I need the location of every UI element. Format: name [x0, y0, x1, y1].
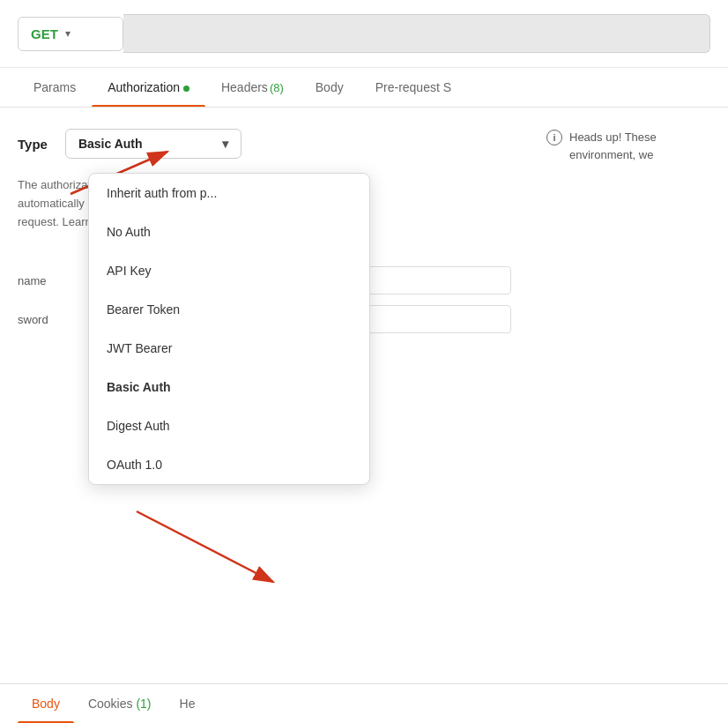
- tab-body[interactable]: Body: [300, 68, 360, 107]
- bottom-tabs-row: Body Cookies (1) He: [0, 683, 728, 723]
- username-label: name: [18, 274, 88, 287]
- right-panel: i Heads up! These environment, we: [546, 129, 710, 344]
- dropdown-item-noauth[interactable]: No Auth: [89, 212, 369, 251]
- dropdown-item-apikey[interactable]: API Key: [89, 251, 369, 290]
- authorization-active-dot: [183, 86, 189, 92]
- bottom-tab-cookies[interactable]: Cookies (1): [74, 684, 166, 723]
- dropdown-item-jwt[interactable]: JWT Bearer: [89, 329, 369, 368]
- method-selector[interactable]: GET ▾: [18, 17, 123, 51]
- url-input[interactable]: [123, 14, 710, 53]
- svg-line-3: [137, 511, 273, 582]
- type-dropdown[interactable]: Basic Auth ▾: [65, 129, 241, 159]
- dropdown-item-oauth1[interactable]: OAuth 1.0: [89, 445, 369, 484]
- left-panel: Type Basic Auth ▾ The authorization head…: [18, 129, 511, 344]
- bottom-tab-body[interactable]: Body: [18, 684, 74, 723]
- dropdown-item-basicauth[interactable]: Basic Auth: [89, 368, 369, 406]
- type-dropdown-chevron-icon: ▾: [222, 137, 228, 151]
- url-bar-row: GET ▾: [0, 0, 728, 68]
- bottom-tab-headers2[interactable]: He: [166, 684, 210, 723]
- password-label: sword: [18, 313, 88, 326]
- tab-authorization[interactable]: Authorization: [92, 68, 205, 107]
- tab-params[interactable]: Params: [18, 68, 92, 107]
- dropdown-item-bearer[interactable]: Bearer Token: [89, 290, 369, 329]
- dropdown-item-digest[interactable]: Digest Auth: [89, 406, 369, 445]
- type-label: Type: [18, 137, 48, 152]
- method-label: GET: [31, 26, 58, 41]
- type-dropdown-value: Basic Auth: [78, 137, 143, 151]
- type-row: Type Basic Auth ▾: [18, 129, 511, 159]
- method-chevron-icon: ▾: [65, 27, 71, 40]
- main-content: Type Basic Auth ▾ The authorization head…: [0, 108, 728, 365]
- info-box: i Heads up! These environment, we: [546, 129, 710, 163]
- tabs-row: Params Authorization Headers(8) Body Pre…: [0, 68, 728, 108]
- auth-type-dropdown-menu: Inherit auth from p... No Auth API Key B…: [88, 173, 370, 485]
- tab-headers[interactable]: Headers(8): [205, 68, 300, 107]
- info-text: Heads up! These environment, we: [569, 129, 657, 163]
- info-icon: i: [546, 130, 562, 145]
- dropdown-item-inherit[interactable]: Inherit auth from p...: [89, 174, 369, 212]
- tab-prerequest[interactable]: Pre-request S: [360, 68, 467, 107]
